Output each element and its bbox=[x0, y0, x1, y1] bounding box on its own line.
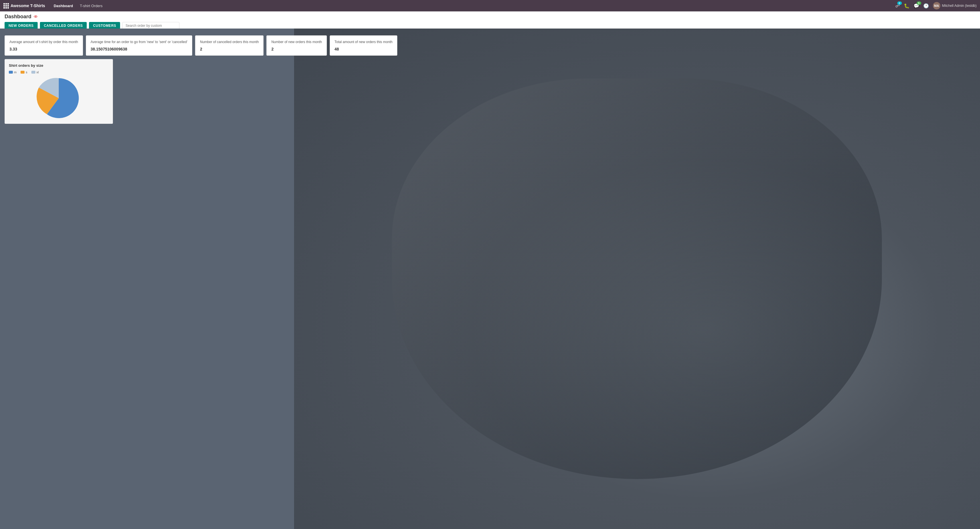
stat-value-new-orders: 2 bbox=[271, 47, 322, 51]
user-name: Mitchell Admin (testdb) bbox=[942, 4, 977, 8]
legend-s: s bbox=[21, 70, 27, 74]
navbar-right: ☍ 2 🐛 💬 5 🕐 MA Mitchell Admin (testdb) bbox=[895, 2, 977, 10]
main-content: Average amount of t-shirt by order this … bbox=[0, 32, 980, 529]
stat-title-new-orders: Number of new orders this month bbox=[271, 40, 322, 45]
pie-chart bbox=[36, 75, 81, 121]
user-area[interactable]: MA Mitchell Admin (testdb) bbox=[933, 2, 977, 10]
stat-card-avg-time: Average time for an order to go from 'ne… bbox=[86, 35, 192, 56]
stat-value-cancelled: 2 bbox=[200, 47, 259, 51]
clock-icon: 🕐 bbox=[923, 3, 929, 8]
stat-title-avg-amount: Average amount of t-shirt by order this … bbox=[10, 40, 78, 45]
stat-title-cancelled: Number of cancelled orders this month bbox=[200, 40, 259, 45]
legend-dot-s bbox=[21, 71, 24, 73]
navbar-brand[interactable]: Awesome T-Shirts bbox=[3, 3, 45, 8]
page-title-area: Dashboard 👁 bbox=[5, 14, 975, 22]
legend-label-s: s bbox=[25, 70, 27, 74]
user-avatar: MA bbox=[933, 2, 940, 10]
navbar: Awesome T-Shirts Dashboard T-shirt Order… bbox=[0, 0, 980, 11]
stat-title-avg-time: Average time for an order to go from 'ne… bbox=[91, 40, 188, 45]
grid-icon bbox=[3, 3, 9, 8]
stat-card-cancelled: Number of cancelled orders this month 2 bbox=[195, 35, 264, 56]
discuss-badge: 5 bbox=[917, 2, 921, 5]
legend-dot-m bbox=[9, 71, 13, 73]
legend-label-m: m bbox=[14, 70, 16, 74]
legend-label-xl: xl bbox=[37, 70, 39, 74]
legend-m: m bbox=[9, 70, 16, 74]
chart-legend: m s xl bbox=[9, 70, 109, 74]
stat-value-avg-amount: 3.33 bbox=[10, 47, 78, 51]
nav-dashboard[interactable]: Dashboard bbox=[51, 3, 76, 9]
stat-card-total-amount: Total amount of new orders this month 48 bbox=[330, 35, 397, 56]
brand-name: Awesome T-Shirts bbox=[11, 3, 45, 8]
chart-title: Shirt orders by size bbox=[9, 63, 109, 68]
bug-icon: 🐛 bbox=[904, 3, 910, 8]
legend-dot-xl bbox=[31, 71, 35, 73]
stat-title-total-amount: Total amount of new orders this month bbox=[334, 40, 393, 45]
discuss-icon-btn[interactable]: 💬 5 bbox=[913, 3, 919, 8]
stat-value-avg-time: 38.15075106009638 bbox=[91, 47, 188, 51]
messages-icon-btn[interactable]: ☍ 2 bbox=[895, 3, 900, 8]
stats-row: Average amount of t-shirt by order this … bbox=[5, 35, 975, 56]
chart-area bbox=[9, 77, 109, 120]
navbar-nav: Dashboard T-shirt Orders bbox=[51, 3, 895, 9]
eye-icon: 👁 bbox=[33, 14, 38, 19]
stat-value-total-amount: 48 bbox=[334, 47, 393, 51]
settings-icon-btn[interactable]: 🐛 bbox=[904, 3, 910, 8]
stat-card-new-orders: Number of new orders this month 2 bbox=[266, 35, 326, 56]
stat-card-avg-amount: Average amount of t-shirt by order this … bbox=[5, 35, 83, 56]
page-title: Dashboard bbox=[5, 14, 31, 20]
legend-xl: xl bbox=[31, 70, 39, 74]
chart-card: Shirt orders by size m s xl bbox=[5, 59, 113, 124]
clock-icon-btn[interactable]: 🕐 bbox=[923, 3, 929, 8]
nav-tshirt-orders[interactable]: T-shirt Orders bbox=[77, 3, 105, 9]
messages-badge: 2 bbox=[897, 2, 902, 5]
